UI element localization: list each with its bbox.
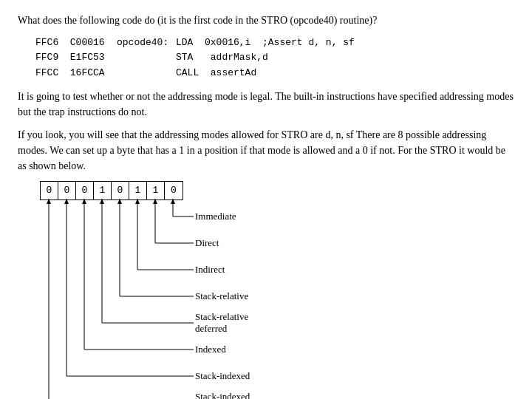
svg-marker-2: [82, 199, 86, 204]
diagram-label: Direct: [195, 230, 262, 256]
code-line-2: FFC9 E1FC53 STA addrMask,d: [35, 50, 514, 66]
paragraph-1: It is going to test whether or not the a…: [18, 89, 514, 120]
svg-marker-5: [135, 199, 140, 204]
diagram-label: Indexed: [195, 336, 262, 363]
diagram-label: Stack-indexed deferred: [195, 389, 262, 399]
svg-marker-6: [153, 199, 157, 204]
diagram-label: Stack-relative deferred: [195, 310, 262, 336]
svg-marker-4: [117, 199, 122, 204]
code-addr-2: FFC9 E1FC53: [35, 50, 117, 66]
svg-marker-0: [47, 199, 51, 204]
code-rest-3: CALL assertAd: [176, 66, 256, 81]
code-op-3: [117, 66, 176, 81]
question-text: What does the following code do (it is t…: [18, 13, 514, 28]
code-addr-1: FFC6 C00016: [35, 35, 117, 51]
paragraph-2: If you look, you will see that the addre…: [18, 127, 514, 174]
diagram-wrapper: 00010110 ImmediateDirectIndirectStack-re…: [25, 181, 262, 399]
labels-column: ImmediateDirectIndirectStack-relativeSta…: [195, 203, 262, 399]
code-rest-1: LDA 0x0016,i ;Assert d, n, sf: [176, 35, 355, 51]
code-op-2: [117, 50, 176, 66]
diagram-area: 00010110 ImmediateDirectIndirectStack-re…: [25, 181, 514, 399]
page-content: What does the following code do (it is t…: [18, 13, 514, 399]
diagram-label: Indirect: [195, 256, 262, 283]
diagram-label: Stack-indexed: [195, 363, 262, 389]
svg-marker-3: [100, 199, 104, 204]
code-addr-3: FFCC 16FCCA: [35, 66, 117, 81]
code-op-1: opcode40:: [117, 35, 176, 51]
code-line-1: FFC6 C00016 opcode40: LDA 0x0016,i ;Asse…: [35, 35, 514, 51]
code-line-3: FFCC 16FCCA CALL assertAd: [35, 66, 514, 81]
diagram-label: Stack-relative: [195, 283, 262, 310]
svg-marker-1: [64, 199, 69, 204]
diagram-label: Immediate: [195, 203, 262, 230]
svg-marker-7: [171, 199, 175, 204]
code-rest-2: STA addrMask,d: [176, 50, 268, 66]
code-block: FFC6 C00016 opcode40: LDA 0x0016,i ;Asse…: [35, 35, 514, 81]
